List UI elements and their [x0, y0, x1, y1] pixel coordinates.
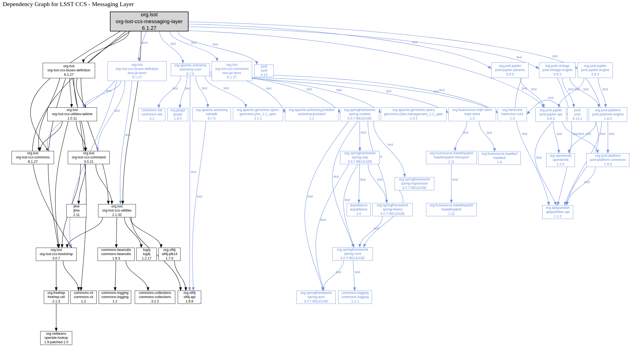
node-label-line: org.slf4j — [163, 248, 176, 252]
edge-label-root-busesdeftests: test — [142, 41, 148, 45]
node-label-line: kahadb — [206, 112, 217, 116]
node-label-line: spring-context — [349, 112, 371, 116]
node-label-line: org.jasypt — [170, 108, 185, 112]
node-label-line: org.lsst — [83, 151, 94, 155]
edge-label-engine-jupiterapi: test — [575, 87, 580, 91]
node-label-line: org-lsst-ccs-commons — [215, 67, 249, 71]
node-hawttransport: org.fusesource.hawtdispatchhawtdispatch-… — [426, 151, 477, 164]
node-label-line: 6.1.27 — [227, 75, 237, 79]
node-label-line: 5.9.3 — [591, 72, 599, 77]
node-ccscommand: org.lsstorg-lsst-ccs-command3.0.21 — [68, 151, 110, 164]
edge-label-params-apiguardian: test — [522, 132, 527, 136]
node-label-line: junit — [261, 69, 267, 73]
node-springaop: org.springframeworkspring-aop3.0.7.RELEA… — [340, 151, 380, 164]
node-label-line: aopalliance — [350, 203, 367, 207]
node-label-line: org.lsst — [111, 204, 122, 209]
edge-mqtt-hawttransport — [455, 121, 467, 151]
node-label-line: activemq-core — [179, 67, 201, 72]
node-label-line: org.springframework — [337, 248, 368, 252]
edge-busesdeftests-taitime — [84, 81, 121, 107]
node-params: org.junit.jupiterjunit-jupiter-params5.9… — [491, 63, 529, 78]
node-label-line: geronimo-jms_1.1_spec — [239, 112, 276, 116]
node-junit4131: junitjunit4.13.1 — [567, 107, 587, 122]
edge-springaop-springbeans — [368, 164, 387, 203]
node-label-line: commons-beanutils — [101, 252, 131, 256]
edge-label-junit4131-hamcrest: test — [548, 96, 554, 100]
edge-label-activemqcore-geronimojms: test — [223, 86, 229, 90]
node-label-line: org.apache.activemq — [196, 108, 228, 112]
edge-label-root-engine: test — [553, 54, 558, 58]
node-label-line: org.lsst — [63, 64, 74, 68]
node-label-line: org.lsst — [226, 63, 237, 67]
edge-label-busesdeftests-ccsutilities: test — [125, 133, 131, 137]
node-hamcrest: org.hamcresthamcrest-core1.3 — [498, 107, 527, 121]
node-label-line: activemq-protobuf — [298, 112, 325, 116]
edge-label-engine-platformengine: test — [603, 87, 608, 91]
edge-label-springcore-commonslogging111: test — [355, 270, 360, 274]
node-label-line: opentest4j — [553, 158, 568, 162]
node-jasypt: org.jasyptjasypt1.9.0 — [167, 108, 188, 121]
node-label-line: commons-logging — [101, 295, 129, 299]
edge-vintage-platformengine — [570, 78, 599, 107]
edge-label-springcore-springasm: test — [336, 270, 341, 274]
node-label-line: 1.1.1 — [351, 299, 359, 304]
node-label-line: org.junit.jupiter — [499, 64, 521, 68]
node-busesdef: org.lsstorg-lsst-ccs-buses-definition6.1… — [43, 63, 95, 78]
node-kahadb: org.apache.activemqkahadb5.7.0 — [192, 107, 231, 121]
edge-label-jupiterapi-opentest4j: test — [557, 132, 562, 136]
edge-label-activemqcore-mqtt: test — [386, 89, 392, 93]
node-commonslogging111: commons-loggingcommons-logging1.1.1 — [338, 291, 372, 304]
edge-springcontext-springcore — [332, 121, 358, 247]
node-activemqcore: org.apache.activemqactivemq-core5.7.0 — [171, 63, 210, 76]
node-label-line: 1.3 — [510, 117, 514, 121]
edge-label-commonstests-hamcrest: test — [433, 90, 439, 93]
edge-springcontext-springasm — [305, 121, 349, 291]
node-label-line: junit — [574, 108, 581, 112]
node-label-line: org.springframework — [399, 177, 430, 182]
node-label-line: 5.7.0 — [187, 72, 194, 76]
node-label-line: 1.11 — [448, 160, 454, 164]
node-label-line: 6.1.27 — [142, 25, 157, 32]
edge-label-springaop-aopalliance: test — [360, 178, 366, 182]
dependency-graph: testtesttesttesttesttesttesttesttesttest… — [0, 0, 644, 346]
node-mqtt: org.fusesource.mqtt-clientmqtt-client1.3 — [448, 107, 496, 121]
edge-springcore-springasm — [323, 261, 344, 291]
node-label-line: apiguardian-api — [546, 210, 570, 214]
node-label-line: spring-beans — [382, 207, 402, 212]
edge-label-platformcommons-apiguardian: test — [584, 180, 590, 184]
edge-label-activemqcore-j2eemgmt: test — [336, 88, 342, 92]
node-label-line: slf4j-jdk14 — [162, 252, 177, 256]
node-ccscommons: org.lsstorg-lsst-ccs-commons6.1.27 — [12, 151, 54, 164]
node-label-line: org.slf4j — [184, 291, 196, 295]
edge-beanutils-collections — [126, 261, 148, 291]
node-label-line: org.netbeans — [46, 332, 66, 336]
node-label-line: junit-jupiter-engine — [581, 68, 610, 72]
node-label-line: 1.3 — [470, 117, 475, 121]
edge-activemqcore-kahadb — [196, 76, 208, 107]
edge-label-busesdeftests-taitime: test — [106, 89, 112, 93]
node-label-line: junit-jupiter-api — [540, 112, 562, 117]
node-bootstrap: org.lsstorg-lsst-ccs-bootstrap3.0.7 — [36, 248, 77, 261]
edge-platformcommons-apiguardian — [567, 167, 596, 205]
node-hawtbuf: org.fusesource.hawtbufhawtbuf1.9 — [478, 152, 521, 165]
node-label-line: 3.0.7.RELEASE — [348, 160, 372, 164]
node-label-line: junit — [261, 64, 267, 69]
node-label-line: 1.1.2 — [554, 214, 562, 218]
node-label-line: slf4j-api — [184, 295, 195, 299]
node-junit413: junitjunit4.13 — [254, 64, 274, 77]
node-jupiterapi: org.junit.jupiterjunit-jupiter-api5.9.3 — [535, 107, 566, 122]
edge-vintage-apiguardian — [557, 78, 572, 205]
node-label-line: junit-platform-engine — [592, 112, 624, 117]
node-label-line: 5.9.3 — [547, 117, 555, 121]
node-label-line: spring-asm — [308, 295, 325, 299]
node-label-line: 3.2.2 — [151, 299, 159, 304]
edge-label-jupiterapi-apiguardian: test — [536, 156, 542, 160]
node-label-line: 6.1.27 — [132, 75, 142, 79]
node-busesdeftests: org.lsstorg-lsst-ccs-buses-definitiontes… — [107, 61, 167, 81]
node-label-line: spring-expression — [401, 182, 428, 186]
node-label-line: geronimo-j2ee-management_1.1_spec — [384, 112, 443, 116]
node-label-line: commons-net — [141, 108, 162, 112]
node-springexpr: org.springframeworkspring-expression3.0.… — [395, 177, 434, 190]
node-label-line: 6.1.27 — [64, 73, 74, 77]
node-label-line: 1.9-patched-1.0 — [44, 340, 68, 344]
